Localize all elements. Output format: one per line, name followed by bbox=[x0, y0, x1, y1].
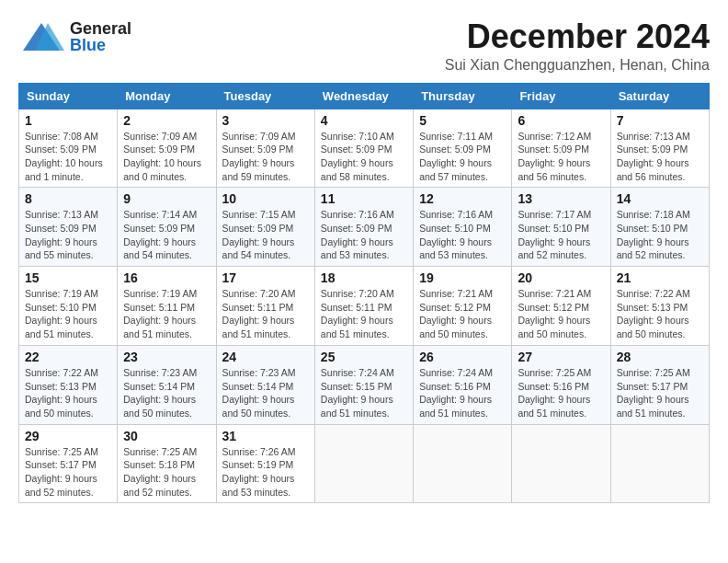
logo: General Blue bbox=[18, 18, 131, 55]
day-number: 16 bbox=[123, 270, 210, 285]
day-info: Sunrise: 7:13 AMSunset: 5:09 PMDaylight:… bbox=[25, 208, 111, 262]
day-info: Sunrise: 7:22 AMSunset: 5:13 PMDaylight:… bbox=[617, 287, 703, 341]
calendar-cell: 10Sunrise: 7:15 AMSunset: 5:09 PMDayligh… bbox=[216, 188, 314, 267]
day-info: Sunrise: 7:23 AMSunset: 5:14 PMDaylight:… bbox=[123, 366, 210, 420]
calendar-cell: 4Sunrise: 7:10 AMSunset: 5:09 PMDaylight… bbox=[314, 109, 413, 188]
day-number: 28 bbox=[617, 350, 703, 364]
day-info: Sunrise: 7:21 AMSunset: 5:12 PMDaylight:… bbox=[419, 287, 506, 341]
day-info: Sunrise: 7:18 AMSunset: 5:10 PMDaylight:… bbox=[617, 208, 703, 262]
day-number: 11 bbox=[321, 191, 407, 206]
day-number: 10 bbox=[222, 191, 309, 206]
calendar-cell: 25Sunrise: 7:24 AMSunset: 5:15 PMDayligh… bbox=[314, 345, 413, 424]
day-number: 9 bbox=[123, 191, 210, 206]
calendar-week-1: 1Sunrise: 7:08 AMSunset: 5:09 PMDaylight… bbox=[19, 109, 710, 188]
calendar-cell bbox=[314, 424, 413, 503]
day-number: 4 bbox=[321, 113, 407, 128]
header: General Blue December 2024 Sui Xian Chen… bbox=[18, 18, 710, 74]
calendar-cell: 14Sunrise: 7:18 AMSunset: 5:10 PMDayligh… bbox=[610, 188, 709, 267]
day-info: Sunrise: 7:25 AMSunset: 5:17 PMDaylight:… bbox=[25, 445, 111, 500]
day-number: 1 bbox=[25, 113, 111, 128]
day-info: Sunrise: 7:25 AMSunset: 5:17 PMDaylight:… bbox=[617, 366, 703, 420]
calendar-cell: 22Sunrise: 7:22 AMSunset: 5:13 PMDayligh… bbox=[19, 345, 118, 424]
day-number: 15 bbox=[25, 270, 111, 285]
calendar-cell: 2Sunrise: 7:09 AMSunset: 5:09 PMDaylight… bbox=[118, 109, 216, 188]
col-header-wednesday: Wednesday bbox=[314, 83, 413, 109]
calendar-cell: 19Sunrise: 7:21 AMSunset: 5:12 PMDayligh… bbox=[414, 267, 512, 346]
day-info: Sunrise: 7:16 AMSunset: 5:09 PMDaylight:… bbox=[321, 208, 407, 262]
day-number: 27 bbox=[518, 350, 604, 364]
day-number: 13 bbox=[518, 191, 604, 206]
day-number: 7 bbox=[617, 113, 703, 128]
col-header-tuesday: Tuesday bbox=[216, 83, 314, 109]
calendar-cell: 29Sunrise: 7:25 AMSunset: 5:17 PMDayligh… bbox=[19, 424, 118, 503]
calendar-cell: 30Sunrise: 7:25 AMSunset: 5:18 PMDayligh… bbox=[118, 424, 216, 503]
location-title: Sui Xian Chengguanzhen, Henan, China bbox=[445, 57, 710, 74]
day-number: 26 bbox=[419, 350, 506, 364]
day-info: Sunrise: 7:23 AMSunset: 5:14 PMDaylight:… bbox=[222, 366, 309, 420]
day-info: Sunrise: 7:10 AMSunset: 5:09 PMDaylight:… bbox=[321, 130, 407, 184]
month-title: December 2024 bbox=[445, 18, 710, 55]
day-info: Sunrise: 7:09 AMSunset: 5:09 PMDaylight:… bbox=[222, 130, 309, 184]
calendar-cell bbox=[414, 424, 512, 503]
col-header-monday: Monday bbox=[118, 83, 216, 109]
day-info: Sunrise: 7:24 AMSunset: 5:16 PMDaylight:… bbox=[419, 366, 506, 420]
day-number: 25 bbox=[321, 350, 407, 364]
calendar-cell: 28Sunrise: 7:25 AMSunset: 5:17 PMDayligh… bbox=[610, 345, 709, 424]
day-number: 3 bbox=[222, 113, 309, 128]
day-info: Sunrise: 7:19 AMSunset: 5:11 PMDaylight:… bbox=[123, 287, 210, 341]
calendar-cell bbox=[610, 424, 709, 503]
day-number: 18 bbox=[321, 270, 407, 285]
day-info: Sunrise: 7:26 AMSunset: 5:19 PMDaylight:… bbox=[222, 445, 309, 500]
day-number: 5 bbox=[419, 113, 506, 128]
calendar-cell: 15Sunrise: 7:19 AMSunset: 5:10 PMDayligh… bbox=[19, 267, 118, 346]
calendar-table: SundayMondayTuesdayWednesdayThursdayFrid… bbox=[18, 83, 710, 504]
day-info: Sunrise: 7:17 AMSunset: 5:10 PMDaylight:… bbox=[518, 208, 604, 262]
calendar-cell: 31Sunrise: 7:26 AMSunset: 5:19 PMDayligh… bbox=[216, 424, 314, 503]
calendar-week-5: 29Sunrise: 7:25 AMSunset: 5:17 PMDayligh… bbox=[19, 424, 710, 503]
calendar-header-row: SundayMondayTuesdayWednesdayThursdayFrid… bbox=[19, 83, 710, 109]
calendar-cell: 13Sunrise: 7:17 AMSunset: 5:10 PMDayligh… bbox=[512, 188, 610, 267]
day-number: 19 bbox=[419, 270, 506, 285]
day-number: 29 bbox=[25, 429, 111, 443]
day-number: 17 bbox=[222, 270, 309, 285]
day-number: 31 bbox=[222, 429, 309, 443]
day-info: Sunrise: 7:21 AMSunset: 5:12 PMDaylight:… bbox=[518, 287, 604, 341]
calendar-cell: 1Sunrise: 7:08 AMSunset: 5:09 PMDaylight… bbox=[19, 109, 118, 188]
calendar-week-4: 22Sunrise: 7:22 AMSunset: 5:13 PMDayligh… bbox=[19, 345, 710, 424]
day-info: Sunrise: 7:12 AMSunset: 5:09 PMDaylight:… bbox=[518, 130, 604, 184]
calendar-cell: 6Sunrise: 7:12 AMSunset: 5:09 PMDaylight… bbox=[512, 109, 610, 188]
calendar-cell: 23Sunrise: 7:23 AMSunset: 5:14 PMDayligh… bbox=[118, 345, 216, 424]
day-info: Sunrise: 7:16 AMSunset: 5:10 PMDaylight:… bbox=[419, 208, 506, 262]
calendar-week-3: 15Sunrise: 7:19 AMSunset: 5:10 PMDayligh… bbox=[19, 267, 710, 346]
calendar-cell: 21Sunrise: 7:22 AMSunset: 5:13 PMDayligh… bbox=[610, 267, 709, 346]
day-number: 30 bbox=[123, 429, 210, 443]
day-info: Sunrise: 7:19 AMSunset: 5:10 PMDaylight:… bbox=[25, 287, 111, 341]
logo-blue: Blue bbox=[70, 37, 131, 53]
col-header-saturday: Saturday bbox=[610, 83, 709, 109]
day-number: 12 bbox=[419, 191, 506, 206]
day-info: Sunrise: 7:24 AMSunset: 5:15 PMDaylight:… bbox=[321, 366, 407, 420]
col-header-thursday: Thursday bbox=[414, 83, 512, 109]
day-info: Sunrise: 7:14 AMSunset: 5:09 PMDaylight:… bbox=[123, 208, 210, 262]
day-info: Sunrise: 7:11 AMSunset: 5:09 PMDaylight:… bbox=[419, 130, 506, 184]
day-number: 21 bbox=[617, 270, 703, 285]
logo-text: General Blue bbox=[70, 20, 131, 53]
day-info: Sunrise: 7:13 AMSunset: 5:09 PMDaylight:… bbox=[617, 130, 703, 184]
calendar-cell: 11Sunrise: 7:16 AMSunset: 5:09 PMDayligh… bbox=[314, 188, 413, 267]
calendar-cell: 8Sunrise: 7:13 AMSunset: 5:09 PMDaylight… bbox=[19, 188, 118, 267]
calendar-cell: 5Sunrise: 7:11 AMSunset: 5:09 PMDaylight… bbox=[414, 109, 512, 188]
calendar-cell bbox=[512, 424, 610, 503]
day-number: 14 bbox=[617, 191, 703, 206]
day-number: 6 bbox=[518, 113, 604, 128]
calendar-cell: 3Sunrise: 7:09 AMSunset: 5:09 PMDaylight… bbox=[216, 109, 314, 188]
calendar-cell: 24Sunrise: 7:23 AMSunset: 5:14 PMDayligh… bbox=[216, 345, 314, 424]
day-info: Sunrise: 7:22 AMSunset: 5:13 PMDaylight:… bbox=[25, 366, 111, 420]
day-info: Sunrise: 7:25 AMSunset: 5:16 PMDaylight:… bbox=[518, 366, 604, 420]
day-number: 20 bbox=[518, 270, 604, 285]
day-info: Sunrise: 7:08 AMSunset: 5:09 PMDaylight:… bbox=[25, 130, 111, 184]
day-info: Sunrise: 7:15 AMSunset: 5:09 PMDaylight:… bbox=[222, 208, 309, 262]
day-info: Sunrise: 7:25 AMSunset: 5:18 PMDaylight:… bbox=[123, 445, 210, 500]
logo-icon bbox=[18, 18, 64, 55]
calendar-cell: 9Sunrise: 7:14 AMSunset: 5:09 PMDaylight… bbox=[118, 188, 216, 267]
calendar-cell: 12Sunrise: 7:16 AMSunset: 5:10 PMDayligh… bbox=[414, 188, 512, 267]
